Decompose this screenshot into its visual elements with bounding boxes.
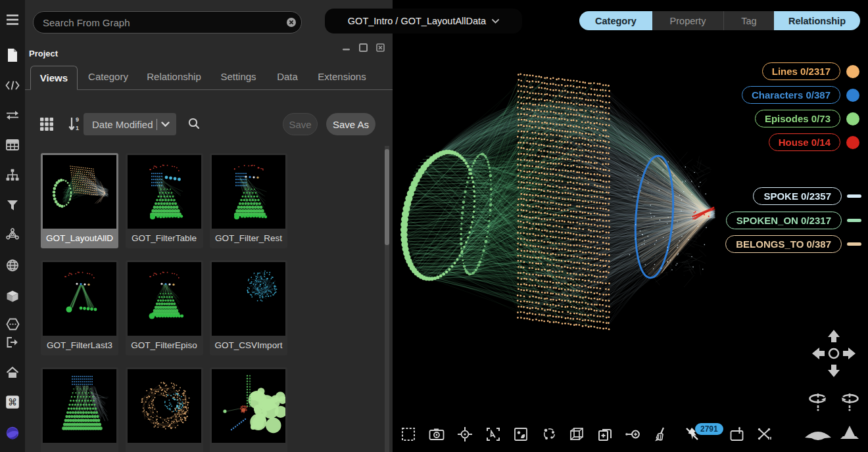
code-icon[interactable]: [5, 78, 20, 93]
view-thumbnail-GOT_FilterLast3[interactable]: GOT_FilterLast3: [41, 260, 118, 355]
relationship-line-swatch-0[interactable]: [847, 194, 861, 198]
add-page-icon[interactable]: [596, 426, 614, 443]
panel-tab-category[interactable]: Category: [88, 71, 128, 82]
logo-icon[interactable]: [5, 425, 20, 441]
export-icon[interactable]: [5, 334, 20, 350]
pinned-count-badge: 2791: [695, 423, 723, 435]
relationship-pill-1[interactable]: SPOKEN_ON 0/2317: [726, 212, 842, 229]
pan-left-arrow: [812, 348, 825, 359]
tab-property[interactable]: Property: [652, 11, 723, 30]
marquee-select-icon[interactable]: [400, 426, 417, 443]
pan-dpad[interactable]: [811, 328, 857, 381]
sort-dropdown[interactable]: Date Modified: [84, 113, 176, 135]
text-cursor: [157, 119, 157, 130]
network-graph-icon[interactable]: [5, 226, 20, 242]
hexagon-icon[interactable]: [5, 316, 20, 332]
view-preview: [128, 155, 201, 229]
tab-relationship[interactable]: Relationship: [774, 11, 860, 30]
globe-icon[interactable]: [5, 258, 20, 273]
table-icon[interactable]: [5, 137, 20, 152]
panel-tab-extensions[interactable]: Extensions: [318, 71, 366, 82]
panel-tab-data[interactable]: Data: [277, 71, 298, 82]
save-button[interactable]: Save: [283, 113, 318, 135]
tab-tag[interactable]: Tag: [723, 11, 774, 30]
view-thumbnail-GOT_Filter_Rest[interactable]: GOT_Filter_Rest: [210, 153, 287, 248]
category-color-dot-3[interactable]: [846, 136, 859, 149]
screenshot-icon[interactable]: [428, 426, 445, 443]
legend-mode-tabs: CategoryPropertyTagRelationship: [579, 11, 860, 30]
tab-category[interactable]: Category: [579, 11, 652, 30]
panel-tab-settings[interactable]: Settings: [220, 71, 256, 82]
window-controls: [342, 43, 385, 52]
relationship-pill-0[interactable]: SPOKE 0/2357: [753, 187, 842, 205]
filter-icon[interactable]: [5, 197, 20, 213]
graph-viewport[interactable]: Lines 0/2317Characters 0/387Episodes 0/7…: [393, 0, 868, 452]
view-thumbnail-orangeBall[interactable]: [126, 367, 203, 452]
view-thumbnail-greenBlobs[interactable]: [210, 367, 287, 452]
close-icon[interactable]: [376, 43, 385, 52]
chevron-down-icon: [161, 122, 170, 127]
view-preview: [128, 262, 201, 336]
sort-order-icon[interactable]: 9 1: [67, 116, 82, 135]
category-color-dot-1[interactable]: [846, 89, 859, 102]
category-color-dot-2[interactable]: [846, 112, 859, 125]
broom-icon[interactable]: [652, 426, 669, 443]
pan-down-arrow: [828, 365, 840, 377]
view-preview: [43, 155, 116, 229]
view-preview: [212, 155, 285, 229]
view-label: [128, 443, 201, 452]
panel-tab-relationship[interactable]: Relationship: [147, 71, 201, 82]
command-icon[interactable]: ⌘: [5, 394, 20, 410]
category-pill-1[interactable]: Characters 0/387: [742, 86, 840, 104]
swap-arrows-icon[interactable]: [5, 108, 20, 124]
orbit-right-icon[interactable]: [838, 391, 861, 415]
view-thumbnail-GOT_FilterEpiso[interactable]: GOT_FilterEpiso: [126, 260, 203, 355]
search-input[interactable]: [34, 17, 281, 28]
minimize-icon[interactable]: [342, 43, 350, 52]
view-thumbnail-GOT_CSVImport[interactable]: GOT_CSVImport: [210, 260, 287, 355]
filter-search-icon[interactable]: [187, 117, 201, 133]
center-focus-icon[interactable]: [456, 426, 473, 443]
view-thumbnail-GOT_LayoutAllD[interactable]: GOT_LayoutAllD: [41, 153, 118, 248]
tilt-down-icon[interactable]: [804, 424, 832, 444]
link-cut-icon[interactable]: [756, 426, 773, 443]
grid-view-icon[interactable]: [39, 117, 54, 134]
cube-icon[interactable]: [5, 288, 20, 304]
category-color-dot-0[interactable]: [846, 65, 859, 78]
relationship-line-swatch-2[interactable]: [847, 242, 861, 246]
panel-tab-views[interactable]: Views: [30, 66, 78, 90]
file-icon[interactable]: [5, 47, 20, 63]
relationship-line-swatch-1[interactable]: [847, 219, 861, 222]
image-icon[interactable]: [512, 426, 529, 443]
view-preview: [212, 262, 285, 336]
project-panel: Project ViewsCategoryRelationshipSetting…: [25, 0, 393, 452]
note-pin-icon[interactable]: [729, 426, 746, 443]
category-pill-2[interactable]: Episodes 0/73: [755, 110, 840, 127]
scrollbar-thumb[interactable]: [385, 149, 389, 245]
view-thumbnail-GOT_FilterTable[interactable]: GOT_FilterTable: [126, 153, 203, 248]
add-key-icon[interactable]: [624, 426, 641, 443]
view-label: GOT_FilterEpiso: [128, 336, 201, 355]
menu-icon[interactable]: [5, 12, 20, 28]
view-label: GOT_CSVImport: [212, 336, 285, 355]
relayout-icon[interactable]: [541, 426, 558, 443]
pan-right-arrow: [843, 348, 856, 359]
category-pill-0[interactable]: Lines 0/2317: [762, 62, 840, 80]
view-preview: [212, 369, 285, 443]
view-preview: [43, 369, 116, 443]
maximize-icon[interactable]: [359, 43, 368, 52]
svg-text:⌘: ⌘: [8, 397, 17, 407]
home-icon[interactable]: [5, 365, 20, 380]
orbit-left-icon[interactable]: [806, 391, 830, 415]
cube-3d-icon[interactable]: [568, 426, 585, 443]
area-select-icon[interactable]: [485, 426, 502, 443]
hierarchy-icon[interactable]: [5, 167, 20, 183]
category-pill-3[interactable]: House 0/14: [769, 133, 840, 151]
view-preview: [43, 262, 116, 336]
tilt-up-icon[interactable]: [835, 424, 864, 444]
current-graph-dropdown[interactable]: GOT_Intro / GOT_LayoutAllData: [325, 9, 522, 34]
view-thumbnail-coneLarge[interactable]: [41, 367, 118, 452]
clear-search-icon[interactable]: [281, 17, 301, 28]
relationship-pill-2[interactable]: BELONGS_TO 0/387: [725, 235, 842, 253]
save-as-button[interactable]: Save As: [326, 113, 375, 135]
